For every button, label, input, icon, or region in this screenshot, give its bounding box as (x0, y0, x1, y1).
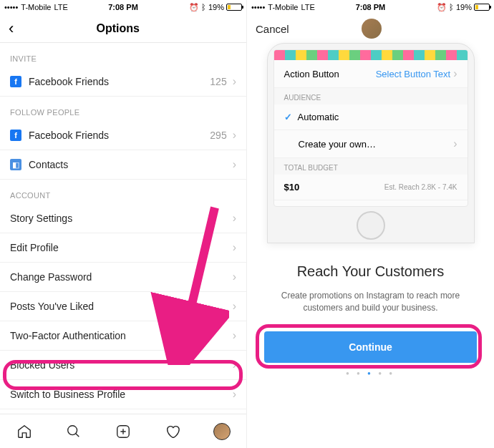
add-post-icon[interactable] (115, 423, 132, 440)
avatar (362, 19, 382, 39)
heart-icon[interactable] (164, 423, 181, 440)
cancel-button[interactable]: Cancel (256, 23, 289, 35)
audience-header: AUDIENCE (274, 88, 468, 104)
row-edit-profile[interactable]: Edit Profile› (0, 233, 246, 263)
row-contacts[interactable]: ◧ Contacts › (0, 150, 246, 180)
row-action-button: Action Button Select Button Text › (274, 60, 468, 88)
profile-tab[interactable] (213, 423, 231, 440)
back-button[interactable]: ‹ (9, 19, 14, 38)
section-follow: FOLLOW PEOPLE (0, 97, 246, 121)
chevron-right-icon: › (233, 271, 236, 283)
phone-preview: Action Button Select Button Text › AUDIE… (267, 43, 475, 243)
row-blocked-users[interactable]: Blocked Users› (0, 351, 246, 380)
chevron-right-icon: › (233, 158, 236, 171)
row-story-settings[interactable]: Story Settings› (0, 204, 246, 233)
battery-icon (474, 4, 490, 11)
options-screen: ••••• T-Mobile LTE 7:08 PM ⏰ᛒ19% ‹ Optio… (0, 0, 247, 448)
status-bar-left: ••••• T-Mobile LTE 7:08 PM ⏰ᛒ19% (0, 0, 246, 14)
chevron-right-icon: › (233, 388, 236, 401)
section-invite: INVITE (0, 43, 246, 67)
continue-button[interactable]: Continue (264, 331, 477, 363)
budget-header: TOTAL BUDGET (274, 158, 468, 175)
facebook-icon: f (10, 130, 21, 141)
row-automatic: ✓Automatic (274, 104, 468, 130)
row-posts-liked[interactable]: Posts You've Liked› (0, 292, 246, 321)
row-create-own: Create your own…› (274, 130, 468, 158)
chevron-right-icon: › (233, 75, 236, 88)
page-title: Options (14, 22, 222, 35)
chevron-right-icon: › (233, 359, 236, 371)
facebook-icon: f (10, 76, 21, 87)
search-icon[interactable] (65, 423, 82, 440)
row-change-password[interactable]: Change Password› (0, 263, 246, 292)
promo-nav: Cancel (247, 14, 494, 43)
contacts-icon: ◧ (10, 159, 21, 170)
tab-bar (0, 414, 246, 448)
chevron-right-icon: › (233, 329, 236, 342)
chevron-right-icon: › (233, 300, 236, 313)
options-list[interactable]: INVITE f Facebook Friends 125 › FOLLOW P… (0, 43, 246, 414)
section-account: ACCOUNT (0, 180, 246, 204)
battery-icon (226, 4, 242, 11)
row-two-factor[interactable]: Two-Factor Authentication› (0, 321, 246, 351)
home-button-mock (357, 211, 385, 240)
chevron-right-icon: › (233, 212, 236, 225)
check-icon: ✓ (284, 112, 292, 122)
preview-banner (274, 50, 468, 60)
promo-headline: Reach Your Customers (247, 263, 494, 280)
home-icon[interactable] (16, 423, 33, 440)
chevron-right-icon: › (233, 241, 236, 254)
nav-header: ‹ Options (0, 14, 246, 43)
row-facebook-friends-follow[interactable]: f Facebook Friends 295 › (0, 121, 246, 150)
row-budget: $10Est. Reach 2.8K - 7.4K (274, 175, 468, 200)
promo-screen: ••••• T-Mobile LTE 7:08 PM ⏰ᛒ19% Cancel … (247, 0, 494, 448)
status-bar-right: ••••• T-Mobile LTE 7:08 PM ⏰ᛒ19% (247, 0, 494, 14)
promo-subtext: Create promotions on Instagram to reach … (247, 280, 494, 331)
chevron-right-icon: › (233, 129, 236, 142)
row-switch-business[interactable]: Switch to Business Profile› (0, 380, 246, 409)
row-facebook-friends-invite[interactable]: f Facebook Friends 125 › (0, 67, 246, 97)
svg-point-0 (68, 425, 77, 434)
page-dots: ● ● ● ● ● (247, 370, 494, 376)
